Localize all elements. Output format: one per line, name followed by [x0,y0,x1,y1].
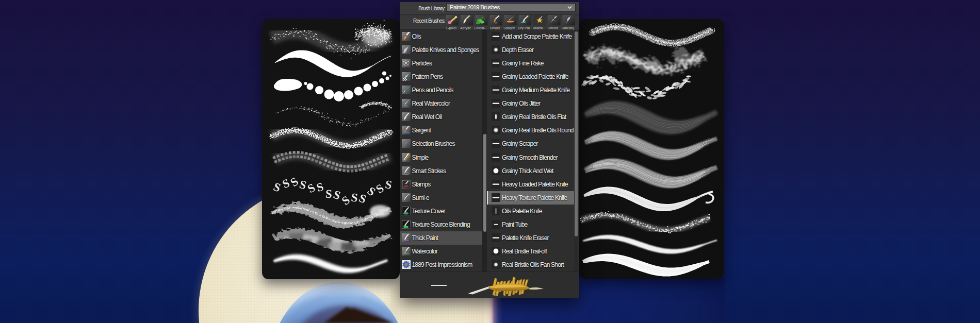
svg-text:S: S [325,188,333,201]
svg-text:S: S [272,180,283,195]
svg-text:S: S [332,188,342,202]
svg-text:S: S [384,178,393,192]
